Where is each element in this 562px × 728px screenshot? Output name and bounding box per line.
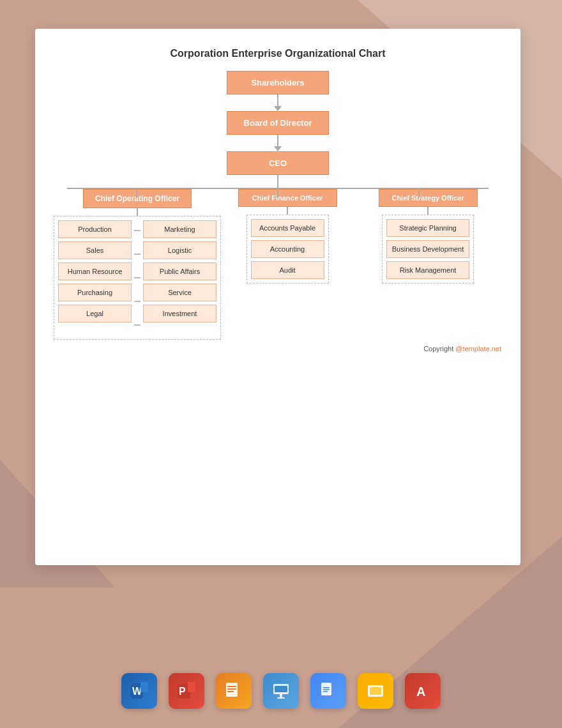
copyright-link[interactable]: @template.net	[455, 345, 501, 353]
board-node: Board of Director	[227, 111, 329, 135]
darr4-line	[134, 301, 140, 302]
org-chart: Shareholders Board of Director CEO	[48, 71, 508, 340]
coo-column: Chief Operating Officer Production Sales…	[67, 189, 208, 340]
coo-dept-group: Production Sales Human Resource Purchasi…	[54, 216, 221, 340]
word-icon[interactable]: W	[121, 673, 157, 709]
word-icon-svg: W	[129, 681, 149, 701]
svg-rect-6	[188, 682, 195, 692]
marketing-node: Marketing	[143, 220, 216, 238]
shareholders-node: Shareholders	[227, 71, 329, 95]
darr3-line	[134, 277, 140, 278]
darr5	[134, 324, 140, 326]
arrow-shareholders-board	[274, 106, 282, 111]
investment-node: Investment	[143, 305, 216, 322]
svg-text:A: A	[416, 685, 425, 699]
acrobat-icon-svg: A	[413, 681, 433, 701]
drop-coo	[136, 188, 137, 198]
accounting-node: Accounting	[251, 240, 324, 258]
drop-cso	[418, 188, 420, 198]
gslides-icon[interactable]	[358, 673, 393, 709]
svg-rect-21	[370, 687, 381, 695]
coo-dept-col2: Marketing Logistic Public Affairs Servic…	[143, 220, 216, 335]
svg-text:P: P	[179, 686, 186, 697]
svg-rect-13	[277, 697, 285, 699]
strategic-planning-node: Strategic Planning	[386, 219, 470, 237]
pages-icon-svg	[224, 681, 244, 701]
darr1	[134, 230, 140, 231]
human-resource-node: Human Resource	[58, 262, 132, 280]
darr4	[134, 301, 140, 302]
production-node: Production	[58, 220, 132, 238]
cfo-connector	[287, 207, 288, 215]
darr1-line	[134, 230, 140, 231]
accounts-payable-node: Accounts Payable	[251, 219, 324, 237]
cso-column: Chief Strategy Officer Strategic Plannin…	[367, 189, 489, 340]
arr1	[134, 220, 140, 241]
app-icons-bar: W P	[121, 673, 441, 709]
coo-connector	[137, 208, 138, 216]
ppt-icon-svg: P	[176, 681, 197, 701]
officers-h-line-container	[67, 188, 489, 189]
sales-node: Sales	[58, 241, 132, 259]
arrow-board-ceo	[274, 146, 282, 151]
ceo-node-wrapper: CEO	[227, 151, 329, 188]
risk-management-node: Risk Management	[386, 261, 470, 279]
arr4	[134, 291, 140, 312]
svg-rect-17	[323, 687, 330, 688]
business-development-node: Business Development	[386, 240, 470, 258]
svg-rect-10	[227, 691, 234, 692]
audit-node: Audit	[251, 261, 324, 279]
officers-row: Chief Operating Officer Production Sales…	[67, 189, 489, 340]
board-node-wrapper: Board of Director	[227, 111, 329, 151]
copyright: Copyright @template.net	[48, 345, 508, 353]
public-affairs-node: Public Affairs	[143, 262, 216, 280]
logistic-node: Logistic	[143, 241, 216, 259]
svg-rect-9	[227, 688, 236, 690]
cso-node: Chief Strategy Officer	[379, 189, 478, 207]
svg-rect-18	[323, 689, 330, 690]
coo-dept-col1: Production Sales Human Resource Purchasi…	[58, 220, 132, 335]
svg-rect-14	[275, 686, 287, 692]
cfo-node: Chief Finance Officer	[238, 189, 337, 207]
main-card: Corporation Enterprise Organizational Ch…	[35, 29, 520, 565]
coo-node: Chief Operating Officer	[83, 189, 192, 208]
chart-title: Corporation Enterprise Organizational Ch…	[48, 48, 508, 59]
service-node: Service	[143, 284, 216, 301]
purchasing-node: Purchasing	[58, 284, 132, 301]
pages-icon[interactable]	[216, 673, 252, 709]
arr5	[134, 315, 140, 335]
cso-connector	[427, 207, 429, 215]
svg-rect-3	[140, 682, 148, 692]
arr2	[134, 244, 140, 264]
keynote-icon[interactable]	[263, 673, 299, 709]
gdocs-icon[interactable]	[310, 673, 346, 709]
darr2	[134, 254, 140, 255]
svg-rect-12	[280, 694, 282, 697]
keynote-icon-svg	[271, 681, 291, 701]
coo-arrows	[134, 220, 140, 335]
arr3	[134, 268, 140, 288]
drop-cfo	[277, 188, 278, 198]
darr3	[134, 277, 140, 278]
connector-ceo-officers	[277, 175, 278, 188]
svg-rect-8	[227, 686, 236, 687]
svg-rect-19	[323, 691, 328, 692]
shareholders-node-wrapper: Shareholders	[227, 71, 329, 111]
gslides-icon-svg	[365, 681, 386, 701]
darr5-line	[134, 324, 140, 326]
connector-shareholders-board	[277, 95, 278, 106]
cso-dept-group: Strategic Planning Business Development …	[382, 215, 475, 284]
powerpoint-icon[interactable]: P	[169, 673, 204, 709]
cfo-dept-group: Accounts Payable Accounting Audit	[247, 215, 329, 284]
gdocs-icon-svg	[318, 681, 338, 701]
darr2-line	[134, 254, 140, 255]
connector-board-ceo	[277, 135, 278, 146]
cfo-column: Chief Finance Officer Accounts Payable A…	[230, 189, 345, 340]
ceo-node: CEO	[227, 151, 329, 175]
legal-node: Legal	[58, 305, 132, 322]
acrobat-icon[interactable]: A	[405, 673, 441, 709]
